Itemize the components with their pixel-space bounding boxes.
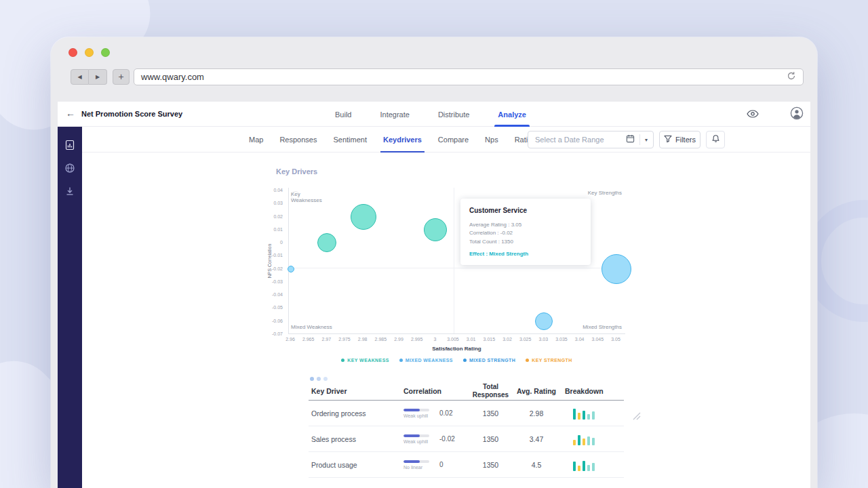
table-row-product-usage: Product usageNo linear013504.5	[309, 452, 624, 478]
trend-label: No linear	[403, 465, 429, 470]
cell-correlation: Weak uphill0.02	[403, 409, 466, 418]
tab-integrate[interactable]: Integrate	[366, 102, 423, 127]
x-tick-label: 2.995	[408, 337, 426, 342]
globe-icon[interactable]	[64, 162, 76, 174]
trend-bar	[403, 460, 429, 463]
tab-distribute[interactable]: Distribute	[424, 102, 484, 127]
quadrant-divider-horizontal	[289, 268, 625, 268]
browser-window: ◀ ▶ + www.qwary.com ← Net Promotion Scor…	[51, 37, 817, 488]
bubble-mixed-strength[interactable]	[288, 266, 294, 272]
zoom-window-button[interactable]	[101, 48, 110, 57]
address-bar[interactable]: www.qwary.com	[134, 68, 804, 85]
cell-total-responses: 1350	[466, 461, 515, 469]
x-tick-label: 3.035	[553, 337, 570, 342]
x-tick-label: 3.02	[498, 337, 516, 342]
legend-item-mixed-strength[interactable]: MIXED STRENGTH	[463, 358, 515, 363]
date-range-selector[interactable]: Select a Date Range ▾	[528, 131, 654, 148]
left-sidebar	[58, 127, 82, 488]
breakdown-bars	[573, 459, 624, 471]
tooltip-correlation: Correlation : -0.02	[469, 229, 582, 237]
x-tick-label: 3	[426, 337, 443, 342]
cell-correlation: No linear0	[403, 460, 466, 470]
tooltip-total-count: Total Count : 1350	[469, 238, 582, 246]
resize-handle-icon[interactable]	[631, 411, 641, 423]
bubble-mixed-strength[interactable]	[535, 312, 553, 330]
breakdown-bar	[592, 411, 595, 420]
trend-label: Weak uphill	[403, 413, 429, 418]
y-axis-ticks: 0.040.030.020.010-0.01-0.02-0.03-0.04-0.…	[258, 188, 285, 334]
notifications-button[interactable]	[706, 131, 725, 148]
carousel-dot[interactable]	[323, 377, 328, 381]
bubble-key-weakness[interactable]	[424, 218, 447, 241]
header-key-driver: Key Driver	[309, 387, 403, 395]
cell-breakdown	[557, 407, 624, 420]
breakdown-bar	[573, 409, 576, 420]
bubble-key-weakness[interactable]	[317, 233, 336, 252]
x-tick-label: 3.045	[589, 337, 606, 342]
breakdown-bar	[578, 466, 580, 471]
legend-label: KEY STRENGTH	[532, 358, 572, 363]
subnav-tab-compare[interactable]: Compare	[430, 127, 477, 152]
subnav-tab-sentiment[interactable]: Sentiment	[325, 127, 375, 152]
quadrant-label-mixed-weakness: Mixed Weakness	[291, 324, 332, 330]
x-tick-label: 2.985	[372, 337, 389, 342]
chevron-down-icon: ▾	[645, 137, 648, 143]
cell-total-responses: 1350	[466, 409, 515, 418]
cell-breakdown	[557, 459, 624, 471]
tab-analyze[interactable]: Analyze	[484, 102, 540, 127]
legend-item-key-strength[interactable]: KEY STRENGTH	[526, 358, 572, 363]
user-avatar-icon[interactable]	[790, 106, 804, 123]
table-row-ordering-process: Ordering processWeak uphill0.0213502.98	[309, 401, 624, 426]
main-panel: MapResponsesSentimentKeydriversCompareNp…	[82, 127, 810, 488]
bubble-plot: Key Weaknesses Key Strengths Mixed Weakn…	[288, 188, 625, 334]
legend-label: MIXED STRENGTH	[469, 358, 515, 363]
minimize-window-button[interactable]	[85, 48, 94, 57]
carousel-dots	[310, 377, 328, 381]
header-icons	[747, 102, 804, 127]
survey-title: Net Promotion Score Survey	[81, 110, 182, 118]
filters-button[interactable]: Filters	[659, 131, 701, 148]
breakdown-bar	[583, 411, 585, 420]
close-window-button[interactable]	[68, 48, 77, 57]
date-range-placeholder: Select a Date Range	[535, 136, 626, 144]
x-tick-label: 3.005	[444, 337, 462, 342]
tab-build[interactable]: Build	[321, 102, 366, 127]
subnav-tab-responses[interactable]: Responses	[271, 127, 325, 152]
quadrant-label-mixed-strengths: Mixed Strengths	[583, 324, 622, 330]
cell-avg-rating: 4.5	[515, 461, 557, 469]
browser-forward-button[interactable]: ▶	[89, 69, 107, 85]
y-tick-label: 0.01	[256, 227, 283, 232]
download-icon[interactable]	[64, 185, 76, 197]
keydrivers-content: Key Drivers NPS Correlation 0.040.030.02…	[82, 152, 810, 488]
carousel-dot[interactable]	[310, 377, 314, 381]
report-chart-icon[interactable]	[64, 139, 76, 150]
new-tab-button[interactable]: +	[113, 69, 130, 85]
browser-back-button[interactable]: ◀	[71, 69, 89, 85]
breakdown-bar	[587, 436, 590, 445]
header-correlation: Correlation	[403, 387, 466, 395]
carousel-dot[interactable]	[317, 377, 321, 381]
trend-fill	[403, 409, 420, 411]
bubble-key-weakness[interactable]	[351, 204, 376, 230]
reload-icon[interactable]	[787, 71, 796, 83]
legend-dot	[463, 359, 467, 362]
back-arrow-button[interactable]: ←	[66, 108, 75, 119]
breakdown-bar	[578, 413, 580, 420]
trend-indicator: No linear	[403, 460, 429, 470]
subnav-tab-map[interactable]: Map	[241, 127, 271, 152]
main-tabs: BuildIntegrateDistributeAnalyze	[321, 102, 540, 127]
subnav-tab-keydrivers[interactable]: Keydrivers	[375, 127, 430, 152]
table-body: Ordering processWeak uphill0.0213502.98S…	[309, 401, 624, 478]
breakdown-bar	[578, 435, 580, 445]
analyze-subnav-bar: MapResponsesSentimentKeydriversCompareNp…	[82, 127, 810, 152]
tooltip-effect: Effect : Mixed Strength	[469, 251, 582, 257]
y-tick-label: -0.05	[256, 305, 283, 310]
legend-item-mixed-weakness[interactable]: MIXED WEAKNESS	[399, 358, 453, 363]
x-tick-label: 3.025	[517, 337, 534, 342]
legend-dot	[399, 359, 403, 362]
bubble-customer-service[interactable]	[601, 254, 631, 284]
preview-eye-icon[interactable]	[747, 108, 759, 121]
subnav-tab-nps[interactable]: Nps	[477, 127, 507, 152]
y-tick-label: 0.04	[256, 188, 283, 192]
legend-item-key-weakness[interactable]: KEY WEAKNESS	[341, 358, 389, 363]
